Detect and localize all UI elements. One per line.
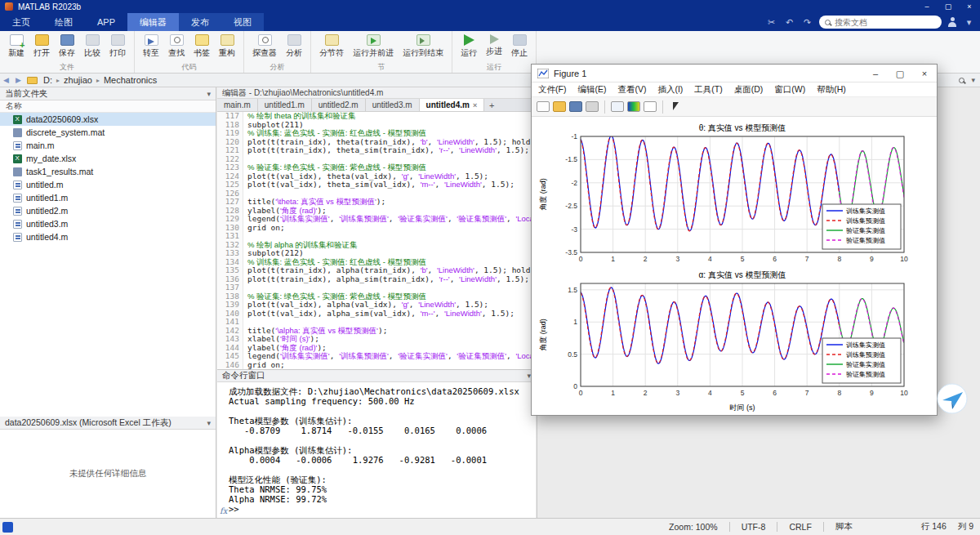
open-file-icon[interactable]	[553, 101, 566, 112]
chevron-down-icon[interactable]: ▾	[963, 17, 975, 28]
name-column-header[interactable]: 名称	[0, 100, 216, 113]
ribbon-tab[interactable]: 绘图	[42, 13, 85, 31]
figure-minimize-button[interactable]: –	[863, 65, 888, 82]
folder-search-icon[interactable]	[959, 78, 964, 83]
ribbon-button[interactable]: 查找	[166, 33, 187, 60]
bird-overlay-icon[interactable]	[936, 382, 969, 415]
file-row[interactable]: untitled2.m	[0, 204, 216, 217]
user-account-icon[interactable]	[947, 17, 957, 27]
file-row[interactable]: task1_results.mat	[0, 165, 216, 178]
figure-menu-item[interactable]: 文件(F)	[538, 84, 566, 96]
fx-icon: fx	[220, 506, 227, 515]
ribbon-button[interactable]: 打开	[31, 33, 52, 60]
code-body[interactable]: % 绘制 theta 的训练集和验证集subplot(211)% 训练集: 蓝色…	[243, 112, 536, 369]
ribbon-button[interactable]: 保存	[56, 33, 78, 60]
ribbon-button[interactable]: 书签	[191, 33, 212, 60]
subplot-alpha[interactable]: 01234567891000.511.5α: 真实值 vs 模型预测值角度 (r…	[535, 269, 933, 414]
link-plot-icon[interactable]	[611, 101, 624, 112]
close-button[interactable]: ×	[959, 0, 980, 13]
subplot-theta[interactable]: 012345678910-1-1.5-2-2.5-3-3.5θ: 真实值 vs …	[535, 120, 933, 267]
figure-maximize-button[interactable]: ▢	[888, 65, 912, 82]
cut-icon[interactable]: ✂	[765, 17, 777, 28]
ribbon-group: 运行步进停止运行	[452, 31, 537, 73]
insert-legend-icon[interactable]	[644, 101, 657, 112]
line-number: 133	[217, 249, 239, 258]
figure-window[interactable]: Figure 1 – ▢ × 文件(F)编辑(E)查看(V)插入(I)工具(T)…	[531, 64, 938, 416]
print-figure-icon[interactable]	[586, 101, 599, 112]
command-window[interactable]: fx 成功加载数据文件: D:\zhujiao\Mechatronics\dat…	[217, 382, 536, 518]
status-encoding[interactable]: UTF-8	[742, 522, 766, 532]
insert-colorbar-icon[interactable]	[627, 101, 640, 112]
command-prompt[interactable]: >>	[229, 504, 534, 514]
figure-title-bar[interactable]: Figure 1 – ▢ ×	[532, 65, 937, 82]
figure-menu-item[interactable]: 窗口(W)	[774, 84, 805, 96]
ribbon-button[interactable]: 分析	[283, 33, 305, 60]
ribbon-tab[interactable]: 编辑器	[127, 13, 179, 31]
file-row[interactable]: untitled3.m	[0, 217, 216, 230]
breadcrumb-segment[interactable]: D:	[42, 75, 54, 85]
ribbon-button[interactable]: 运行到结束	[400, 33, 446, 60]
file-row[interactable]: untitled1.m	[0, 191, 216, 204]
panel-chevron-icon[interactable]: ▾	[207, 90, 211, 98]
figure-toolbar	[532, 97, 937, 117]
figure-close-button[interactable]: ×	[912, 65, 937, 82]
ribbon-tab[interactable]: APP	[85, 13, 127, 31]
search-input[interactable]	[835, 18, 924, 27]
ribbon-tab[interactable]: 主页	[0, 13, 42, 31]
ribbon-tab[interactable]: 发布	[179, 13, 221, 31]
file-row[interactable]: untitled.m	[0, 178, 216, 191]
new-tab-button[interactable]: +	[484, 99, 499, 111]
address-chevron-icon[interactable]: ▾	[971, 76, 975, 84]
ribbon-button[interactable]: 比较	[82, 33, 103, 60]
file-row[interactable]: untitled4.m	[0, 230, 216, 243]
edit-plot-icon[interactable]	[669, 101, 682, 112]
back-icon[interactable]: ◀	[0, 76, 12, 84]
figure-menu-item[interactable]: 桌面(D)	[734, 84, 764, 96]
ribbon-button[interactable]: 探查器	[250, 33, 279, 60]
ribbon-button[interactable]: 新建	[6, 33, 27, 60]
breadcrumb-segment[interactable]: Mechatronics	[102, 75, 158, 85]
ribbon-button[interactable]: 打印	[107, 33, 128, 60]
maximize-button[interactable]: ▢	[938, 0, 959, 13]
ribbon-button[interactable]: 转至	[140, 33, 162, 60]
ribbon-button[interactable]: 重构	[216, 33, 238, 60]
tab-close-icon[interactable]: ×	[473, 101, 477, 109]
file-row[interactable]: data20250609.xlsx	[0, 113, 216, 126]
figure-menu-item[interactable]: 插入(I)	[657, 84, 683, 96]
figure-canvas[interactable]: 012345678910-1-1.5-2-2.5-3-3.5θ: 真实值 vs …	[532, 117, 937, 415]
status-start-icon[interactable]	[2, 522, 13, 533]
editor-tab[interactable]: untitled1.m	[258, 99, 312, 111]
ribbon-button[interactable]: 运行并前进	[350, 33, 396, 60]
ribbon-button[interactable]: 停止	[509, 33, 530, 60]
forward-icon[interactable]: ▶	[12, 76, 24, 84]
figure-menu-item[interactable]: 工具(T)	[694, 84, 722, 96]
editor-tab[interactable]: untitled4.m×	[420, 99, 485, 111]
breadcrumb-segment[interactable]: zhujiao	[62, 75, 94, 85]
minimize-button[interactable]: –	[916, 0, 938, 13]
ribbon-button[interactable]: 分节符	[317, 33, 346, 60]
ribbon-tab[interactable]: 视图	[221, 13, 264, 31]
figure-menu-item[interactable]: 编辑(E)	[577, 84, 606, 96]
command-output-line: 模型泛化性能 (验证集):	[229, 475, 534, 484]
editor-tab[interactable]: untitled2.m	[312, 99, 366, 111]
file-row[interactable]: main.m	[0, 139, 216, 152]
command-output-line: 0.0004 -0.0006 1.9276 -0.9281 -0.0001	[229, 455, 534, 465]
file-row[interactable]: my_date.xlsx	[0, 152, 216, 165]
editor-tab[interactable]: main.m	[217, 99, 258, 111]
new-figure-icon[interactable]	[537, 101, 550, 112]
editor-tab[interactable]: untitled3.m	[366, 99, 420, 111]
figure-menu-item[interactable]: 帮助(H)	[817, 84, 846, 96]
figure-menu-item[interactable]: 查看(V)	[617, 84, 646, 96]
details-chevron-icon[interactable]: ▾	[207, 419, 211, 427]
save-figure-icon[interactable]	[569, 101, 582, 112]
doc-search-box[interactable]	[819, 16, 942, 29]
status-eol[interactable]: CRLF	[789, 522, 811, 532]
code-area[interactable]: 1171181191201211221231241251261271281291…	[217, 112, 536, 369]
ribbon-button[interactable]: 运行	[458, 33, 479, 60]
redo-icon[interactable]: ↷	[801, 17, 813, 28]
folder-up-icon[interactable]	[27, 77, 38, 84]
file-row[interactable]: discrete_system.mat	[0, 126, 216, 139]
undo-icon[interactable]: ↶	[783, 17, 795, 28]
ribbon-button[interactable]: 步进	[483, 33, 505, 58]
status-zoom[interactable]: Zoom: 100%	[669, 522, 718, 532]
